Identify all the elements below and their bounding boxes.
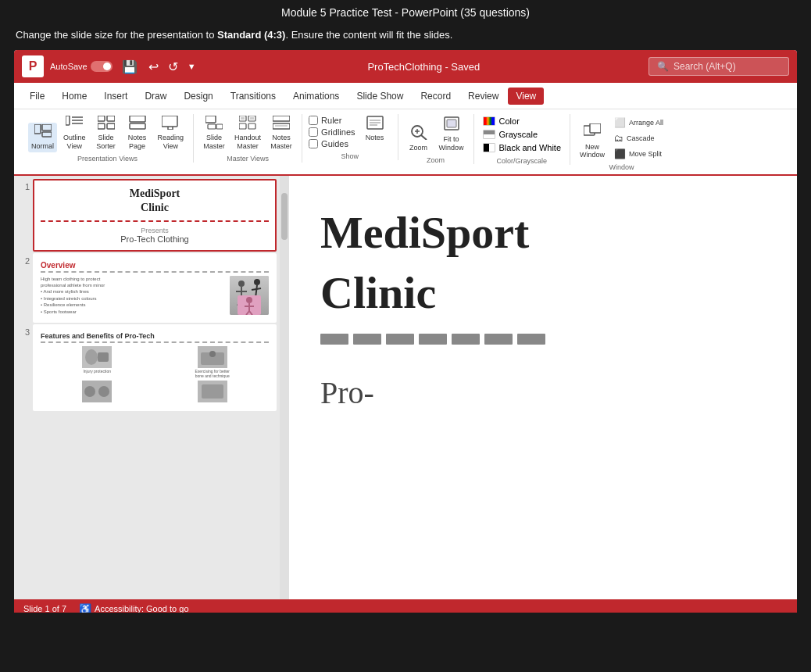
handout-master-label: HandoutMaster [234,134,261,151]
notes-master-icon [273,116,290,132]
notes-page-button[interactable]: NotesPage [123,114,152,152]
slide-3-img-3 [82,381,112,402]
undo-button[interactable]: ↩ [145,58,162,76]
svg-rect-7 [98,116,105,121]
ribbon-group-show: Ruler Gridlines Guides [302,114,398,160]
menu-bar: File Home Insert Draw Design Transitions… [14,83,797,109]
menu-insert[interactable]: Insert [96,88,135,105]
fit-to-window-button[interactable]: Fit toWindow [436,114,467,154]
slide-num-3: 3 [17,324,30,337]
file-title: ProTechClothing - Saved [205,61,642,73]
grayscale-option[interactable]: Grayscale [481,129,563,140]
large-dash-4 [419,334,447,345]
slide-num-1: 1 [17,179,30,191]
menu-review[interactable]: Review [460,88,506,105]
slide-1-company: Pro-Tech Clothing [41,234,269,244]
ruler-checkbox[interactable] [309,116,318,125]
main-slide-view: MediSport Clinic Pro- [289,176,797,599]
svg-line-52 [249,311,252,315]
autosave-toggle-pill[interactable] [91,61,113,72]
svg-rect-2 [42,132,52,137]
slide-sorter-icon [98,116,115,132]
handout-master-icon [239,116,256,132]
ruler-label: Ruler [321,116,341,125]
notes-master-button[interactable]: NotesMaster [267,114,295,152]
slide-1-subtitle: Presents [41,227,269,234]
zoom-button[interactable]: Zoom [405,123,433,154]
ribbon-group-presentation-views: Normal OutlineView [22,114,194,163]
customize-button[interactable]: ▼ [184,60,199,73]
svg-point-54 [85,349,98,365]
normal-view-icon [34,124,52,141]
arrange-all-button[interactable]: ⬜ Arrange All [611,116,666,130]
large-dash-3 [386,334,414,345]
guides-checkbox-label[interactable]: Guides [309,139,355,148]
svg-rect-55 [98,352,109,362]
save-icon[interactable]: 💾 [122,59,138,74]
slide-2-image [230,276,269,315]
svg-rect-21 [241,117,245,120]
zoom-label-group: Zoom [427,156,445,164]
slide-sorter-label: SlideSorter [96,134,116,151]
outline-view-button[interactable]: OutlineView [60,114,89,152]
slide-2-divider [41,271,269,273]
search-box[interactable]: 🔍 Search (Alt+Q) [648,57,789,76]
slide-sorter-button[interactable]: SlideSorter [92,114,120,152]
menu-animations[interactable]: Animations [285,88,347,105]
menu-transitions[interactable]: Transitions [223,88,284,105]
svg-rect-11 [130,116,145,122]
slide-master-button[interactable]: SlideMaster [200,114,228,152]
color-grayscale-label: Color/Grayscale [497,157,548,165]
menu-slideshow[interactable]: Slide Show [348,88,411,105]
presentation-views-label: Presentation Views [77,155,138,163]
handout-master-button[interactable]: HandoutMaster [231,114,264,152]
menu-record[interactable]: Record [413,88,459,105]
new-window-button[interactable]: NewWindow [577,122,608,162]
scroll-thumb[interactable] [281,193,288,240]
menu-file[interactable]: File [22,88,52,105]
powerpoint-window: P AutoSave 💾 ↩ ↺ ▼ ProTechClothing - Sav… [14,50,797,613]
guides-checkbox[interactable] [309,139,318,148]
menu-home[interactable]: Home [54,88,95,105]
reading-view-button[interactable]: ReadingView [155,114,188,152]
pp-titlebar: P AutoSave 💾 ↩ ↺ ▼ ProTechClothing - Sav… [14,50,797,83]
color-option[interactable]: Color [481,116,563,127]
gridlines-checkbox-label[interactable]: Gridlines [309,127,355,137]
slide-thumb-3[interactable]: Features and Benefits of Pro-Tech [33,324,277,411]
black-white-option[interactable]: Black and White [481,142,563,153]
cascade-label: Cascade [627,134,655,143]
slide-3-img-2 [198,346,227,368]
slide-3-label-1: Injury protection [83,369,111,374]
menu-design[interactable]: Design [176,88,220,105]
search-placeholder: Search (Alt+Q) [673,61,736,72]
large-slide-subtitle: Pro- [320,374,766,411]
slide-thumb-2[interactable]: Overview High team clothing to protect p… [33,253,277,323]
large-dash-7 [517,334,545,345]
menu-draw[interactable]: Draw [137,88,174,105]
window-title: Module 5 Practice Test - PowerPoint (35 … [0,0,811,23]
outline-view-icon [66,116,83,132]
title-text: Module 5 Practice Test - PowerPoint (35 … [281,6,530,19]
menu-view[interactable]: View [508,88,544,105]
gridlines-checkbox[interactable] [309,127,318,137]
notes-page-icon [129,116,146,132]
slide-thumb-1[interactable]: MediSport Clinic Presents Pro-Tech Cloth… [33,179,277,251]
redo-button[interactable]: ↺ [165,58,181,76]
accessibility-label: Accessibility: Good to go [95,604,188,613]
notes-button[interactable]: Notes [359,114,391,144]
ruler-checkbox-label[interactable]: Ruler [309,116,355,125]
normal-view-button[interactable]: Normal [28,123,57,152]
svg-rect-63 [202,384,223,399]
window-buttons: NewWindow ⬜ Arrange All 🗂 Cascade ⬛ Move… [577,114,666,161]
master-views-label: Master Views [227,155,269,163]
move-split-button[interactable]: ⬛ Move Split [611,147,666,161]
cascade-button[interactable]: 🗂 Cascade [611,131,666,145]
svg-rect-16 [216,124,223,129]
autosave-toggle[interactable]: AutoSave [50,61,113,72]
slide-thumb-row-2: 2 Overview High team clothing to protect… [17,253,277,323]
slide-panel: 1 MediSport Clinic Presents Pro-Tech Clo… [14,176,280,599]
pp-logo: P [22,55,44,77]
svg-line-31 [421,135,427,140]
guides-label: Guides [321,139,348,148]
svg-rect-0 [34,124,41,134]
